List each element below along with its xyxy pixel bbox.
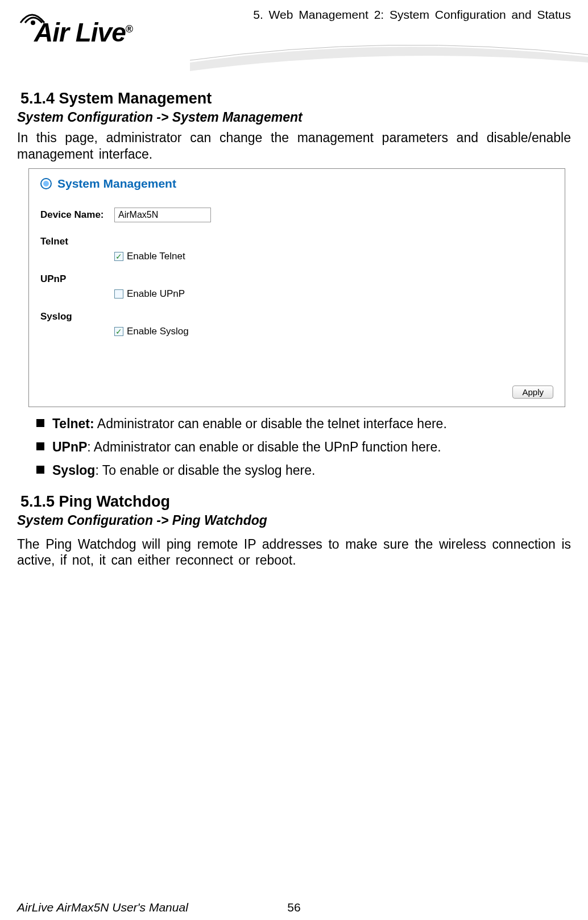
intro-text-514: In this page, administrator can change t… (17, 130, 571, 163)
breadcrumb: System Configuration -> System Managemen… (17, 110, 571, 125)
telnet-label: Telnet (40, 236, 553, 247)
section-heading-515: 5.1.5 Ping Watchdog (20, 493, 571, 511)
panel-title: System Management (40, 177, 553, 190)
enable-upnp-text: Enable UPnP (127, 288, 185, 300)
enable-syslog-text: Enable Syslog (127, 326, 189, 337)
page-footer: 56 AirLive AirMax5N User's Manual (17, 901, 571, 914)
bullet-upnp: UPnP: Administrator can enable or disabl… (36, 438, 571, 456)
enable-syslog-row[interactable]: ✓ Enable Syslog (114, 326, 553, 337)
panel-bullet-icon (40, 178, 52, 189)
bullet-telnet: Telnet: Administrator can enable or disa… (36, 415, 571, 433)
enable-upnp-row[interactable]: Enable UPnP (114, 288, 553, 300)
section-heading-514: 5.1.4 System Management (20, 90, 571, 107)
chapter-title: 5. Web Management 2: System Configuratio… (253, 8, 571, 22)
upnp-label: UPnP (40, 273, 553, 285)
device-name-row: Device Name: (40, 208, 553, 222)
registered-icon: ® (126, 23, 132, 35)
manual-title: AirLive AirMax5N User's Manual (17, 901, 188, 914)
enable-telnet-text: Enable Telnet (127, 251, 185, 262)
breadcrumb-515: System Configuration -> Ping Watchdog (17, 513, 571, 528)
syslog-label: Syslog (40, 311, 553, 322)
enable-syslog-checkbox[interactable]: ✓ (114, 327, 123, 336)
page-header: 5. Web Management 2: System Configuratio… (17, 6, 571, 68)
apply-button[interactable]: Apply (512, 386, 553, 399)
device-name-label: Device Name: (40, 209, 114, 221)
device-name-input[interactable] (114, 208, 211, 222)
intro-text-515: The Ping Watchdog will ping remote IP ad… (17, 536, 571, 569)
enable-telnet-checkbox[interactable]: ✓ (114, 252, 123, 261)
page-content: 5.1.4 System Management System Configura… (17, 68, 571, 569)
enable-telnet-row[interactable]: ✓ Enable Telnet (114, 251, 553, 262)
enable-upnp-checkbox[interactable] (114, 289, 123, 299)
logo-text: Air Live (34, 18, 126, 47)
brand-logo: Air Live® (17, 6, 188, 63)
panel-title-text: System Management (57, 177, 176, 190)
system-management-panel: System Management Device Name: Telnet ✓ … (28, 168, 565, 407)
bullet-syslog: Syslog: To enable or disable the syslog … (36, 462, 571, 479)
feature-bullets: Telnet: Administrator can enable or disa… (17, 415, 571, 479)
